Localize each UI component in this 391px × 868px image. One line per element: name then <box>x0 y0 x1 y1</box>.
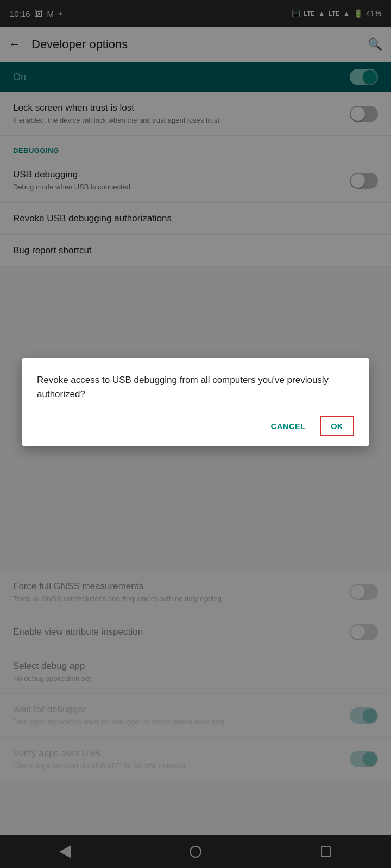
ok-button[interactable]: OK <box>320 416 354 436</box>
dialog-message: Revoke access to USB debugging from all … <box>37 373 354 401</box>
dialog-buttons: CANCEL OK <box>37 416 354 436</box>
revoke-dialog: Revoke access to USB debugging from all … <box>22 358 369 446</box>
cancel-button[interactable]: CANCEL <box>261 416 316 436</box>
